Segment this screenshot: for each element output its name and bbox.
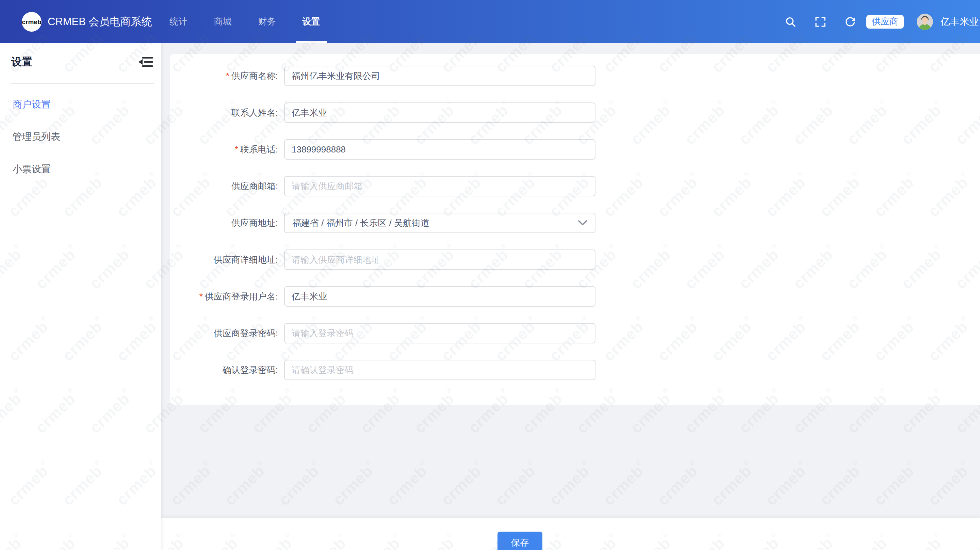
top-nav-item-0[interactable]: 统计 — [163, 0, 194, 43]
form-control — [284, 249, 595, 270]
form-label: 联系人姓名: — [170, 102, 284, 123]
form-input-6[interactable] — [284, 286, 595, 307]
form-control — [284, 139, 595, 159]
top-nav-menu: 统计商城财务设置 — [163, 0, 327, 43]
form-control — [284, 102, 595, 123]
crmeb-logo-text: crmeb — [22, 18, 41, 26]
username[interactable]: 亿丰米业 — [940, 15, 978, 28]
form-control — [284, 286, 595, 307]
form-row-2: *联系电话: — [170, 139, 980, 159]
sidebar-menu: 商户设置管理员列表小票设置 — [0, 88, 161, 185]
sidebar-header: 设置 — [0, 43, 161, 77]
app-title: CRMEB 会员电商系统 — [48, 14, 152, 29]
chevron-down-icon — [578, 220, 587, 226]
sidebar-item-2[interactable]: 小票设置 — [0, 153, 161, 185]
form-label: *联系电话: — [170, 139, 284, 159]
address-select[interactable]: 福建省 / 福州市 / 长乐区 / 吴航街道 — [284, 213, 595, 233]
form-row-8: 确认登录密码: — [170, 360, 980, 380]
main-content: *供应商名称:联系人姓名:*联系电话:供应商邮箱:供应商地址:福建省 / 福州市… — [161, 43, 980, 550]
required-asterisk: * — [199, 291, 203, 301]
form-row-4: 供应商地址:福建省 / 福州市 / 长乐区 / 吴航街道 — [170, 213, 980, 233]
save-button[interactable]: 保存 — [498, 532, 542, 550]
form-row-7: 供应商登录密码: — [170, 323, 980, 343]
role-badge[interactable]: 供应商 — [866, 15, 904, 29]
merchant-settings-form: *供应商名称:联系人姓名:*联系电话:供应商邮箱:供应商地址:福建省 / 福州市… — [170, 66, 980, 380]
sidebar-item-1[interactable]: 管理员列表 — [0, 121, 161, 153]
form-input-8[interactable] — [284, 360, 595, 380]
form-row-5: 供应商详细地址: — [170, 249, 980, 270]
form-control — [284, 176, 595, 196]
form-control — [284, 360, 595, 380]
form-input-5[interactable] — [284, 249, 595, 270]
sidebar-title: 设置 — [11, 55, 32, 69]
form-label: 供应商详细地址: — [170, 249, 284, 270]
navbar-right-cluster: 供应商 亿丰米业 — [766, 14, 978, 30]
sidebar-item-0[interactable]: 商户设置 — [0, 88, 161, 121]
form-label: 供应商邮箱: — [170, 176, 284, 196]
search-icon[interactable] — [785, 16, 796, 27]
form-control — [284, 66, 595, 86]
form-label: 供应商地址: — [170, 213, 284, 233]
form-row-0: *供应商名称: — [170, 66, 980, 86]
form-label: *供应商登录用户名: — [170, 286, 284, 307]
form-control — [284, 323, 595, 343]
form-label: *供应商名称: — [170, 66, 284, 86]
fullscreen-icon[interactable] — [815, 16, 826, 27]
address-select-value: 福建省 / 福州市 / 长乐区 / 吴航街道 — [292, 217, 430, 229]
content-scroll-area: *供应商名称:联系人姓名:*联系电话:供应商邮箱:供应商地址:福建省 / 福州市… — [161, 43, 980, 518]
refresh-icon[interactable] — [845, 16, 856, 27]
crmeb-logo: crmeb — [22, 12, 41, 32]
form-input-2[interactable] — [284, 139, 595, 159]
form-input-3[interactable] — [284, 176, 595, 196]
form-row-6: *供应商登录用户名: — [170, 286, 980, 307]
form-input-0[interactable] — [284, 66, 595, 86]
form-label: 供应商登录密码: — [170, 323, 284, 343]
top-nav-item-3[interactable]: 设置 — [296, 0, 327, 43]
top-nav-item-2[interactable]: 财务 — [251, 0, 283, 43]
form-input-1[interactable] — [284, 102, 595, 123]
required-asterisk: * — [235, 144, 238, 155]
required-asterisk: * — [226, 71, 229, 81]
footer-bar: 保存 — [161, 518, 980, 550]
form-row-3: 供应商邮箱: — [170, 176, 980, 196]
menu-collapse-icon[interactable] — [138, 57, 153, 67]
sidebar-divider — [11, 83, 154, 84]
form-input-7[interactable] — [284, 323, 595, 343]
sidebar: 设置 商户设置管理员列表小票设置 — [0, 43, 161, 550]
merchant-settings-panel: *供应商名称:联系人姓名:*联系电话:供应商邮箱:供应商地址:福建省 / 福州市… — [170, 54, 980, 405]
avatar[interactable] — [917, 14, 933, 30]
top-nav-item-1[interactable]: 商城 — [207, 0, 239, 43]
form-label: 确认登录密码: — [170, 360, 284, 380]
form-control: 福建省 / 福州市 / 长乐区 / 吴航街道 — [284, 213, 595, 233]
form-row-1: 联系人姓名: — [170, 102, 980, 123]
top-navbar: crmeb CRMEB 会员电商系统 统计商城财务设置 供应商 — [0, 0, 980, 43]
